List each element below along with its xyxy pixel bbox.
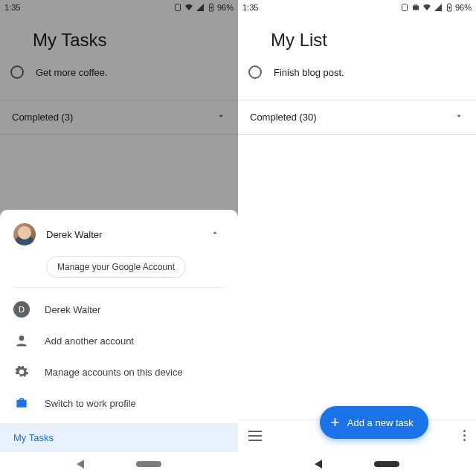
android-nav-bar bbox=[238, 452, 476, 476]
account-bottom-sheet: Derek Walter Manage your Google Account … bbox=[0, 210, 238, 476]
status-time: 1:35 bbox=[242, 3, 258, 12]
briefcase-icon bbox=[13, 395, 30, 411]
account-name: Derek Walter bbox=[46, 229, 102, 240]
manage-account-button[interactable]: Manage your Google Account bbox=[46, 256, 186, 278]
more-icon[interactable] bbox=[463, 430, 466, 441]
switch-work-label: Switch to work profile bbox=[45, 398, 136, 409]
briefcase-icon bbox=[411, 3, 420, 12]
nav-back-icon[interactable] bbox=[315, 460, 322, 469]
nav-home-icon[interactable] bbox=[136, 461, 161, 467]
nav-home-icon[interactable] bbox=[374, 461, 399, 467]
fab-label: Add a new task bbox=[347, 417, 414, 428]
manage-device-item[interactable]: Manage accounts on this device bbox=[0, 356, 238, 387]
completed-section[interactable]: Completed (30) bbox=[238, 100, 476, 135]
status-icons bbox=[400, 3, 454, 12]
screen-right: 1:35 96% My List Finish blog post. Compl… bbox=[238, 0, 476, 476]
status-bar: 1:35 96% bbox=[238, 0, 476, 15]
avatar-initial: D bbox=[13, 301, 30, 318]
nav-back-icon[interactable] bbox=[77, 460, 84, 469]
gear-icon bbox=[13, 364, 30, 380]
add-account-item[interactable]: Add another account bbox=[0, 325, 238, 356]
chevron-up-icon[interactable] bbox=[210, 228, 225, 241]
rotate-icon bbox=[400, 3, 409, 12]
account-primary-row[interactable]: Derek Walter bbox=[0, 219, 238, 248]
svg-point-1 bbox=[19, 335, 25, 341]
current-list-pill[interactable]: My Tasks bbox=[0, 423, 238, 452]
radio-icon[interactable] bbox=[248, 65, 262, 79]
android-nav-bar bbox=[0, 452, 238, 476]
svg-rect-2 bbox=[402, 4, 407, 11]
account-secondary-row[interactable]: D Derek Walter bbox=[0, 294, 238, 325]
task-row[interactable]: Finish blog post. bbox=[238, 60, 476, 89]
chevron-down-icon bbox=[454, 111, 464, 123]
completed-label: Completed (30) bbox=[250, 112, 317, 123]
menu-icon[interactable] bbox=[248, 431, 262, 441]
divider bbox=[13, 287, 225, 288]
manage-device-label: Manage accounts on this device bbox=[45, 367, 183, 378]
switch-work-item[interactable]: Switch to work profile bbox=[0, 387, 238, 419]
add-task-fab[interactable]: + Add a new task bbox=[320, 406, 428, 439]
add-account-label: Add another account bbox=[45, 335, 134, 347]
list-title: My List bbox=[238, 15, 476, 60]
account-secondary-name: Derek Walter bbox=[45, 304, 100, 315]
signal-icon bbox=[434, 3, 443, 12]
avatar bbox=[13, 223, 36, 245]
status-battery: 96% bbox=[455, 3, 472, 12]
wifi-icon bbox=[422, 3, 431, 12]
person-add-icon bbox=[13, 332, 30, 349]
battery-icon bbox=[445, 3, 454, 12]
task-text: Finish blog post. bbox=[274, 67, 344, 78]
